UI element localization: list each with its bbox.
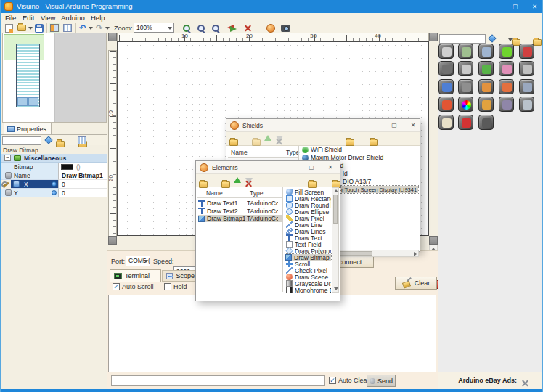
delete-button[interactable]: [242, 23, 253, 33]
element-tree-item[interactable]: Monohrome Draw: [286, 287, 331, 293]
menu-file[interactable]: File: [5, 14, 16, 22]
toolbox-category-memory-icon[interactable]: [499, 97, 514, 112]
shields-column-name[interactable]: Name: [231, 149, 248, 156]
shields-tree-item[interactable]: WiFi Shield: [302, 146, 418, 153]
name-property-value[interactable]: Draw Bitmap1: [58, 171, 107, 180]
collapse-categories-icon[interactable]: [370, 139, 378, 146]
x-property-value[interactable]: 0: [58, 180, 107, 189]
title-bar[interactable]: Visuino - Visual Arduino Programming — ▢…: [1, 0, 543, 13]
overview-document[interactable]: [3, 33, 55, 122]
shields-title-bar[interactable]: Shields — ▢ ✕: [226, 119, 420, 132]
toolbox-category-text-icon[interactable]: [458, 61, 473, 76]
web-help-button[interactable]: [265, 23, 277, 33]
toolbox-category-lcd-icon[interactable]: [478, 115, 494, 130]
toolbox-category-curves-icon[interactable]: [438, 79, 454, 94]
move-down-icon[interactable]: [245, 178, 253, 184]
open-dropdown[interactable]: [27, 23, 33, 33]
zoom-reset-button[interactable]: [210, 23, 221, 33]
toolbox-category-math-icon[interactable]: [478, 61, 494, 76]
property-row-y[interactable]: Y 0: [1, 189, 107, 197]
move-up-icon[interactable]: [264, 135, 272, 141]
toolbox-category-power-icon[interactable]: [458, 115, 473, 130]
toolbox-category-displays-icon[interactable]: [519, 79, 534, 94]
toolbox-category-streams-icon[interactable]: [519, 97, 534, 112]
add-shield-icon[interactable]: [229, 139, 238, 146]
undo-button[interactable]: ↶: [78, 23, 87, 33]
toolbox-category-integer-icon[interactable]: [519, 44, 534, 59]
send-button[interactable]: Send: [367, 375, 396, 387]
property-row-bitmap[interactable]: Bitmap (): [1, 163, 107, 171]
ads-tools-icon[interactable]: [521, 379, 529, 387]
shields-minimize-button[interactable]: —: [369, 120, 382, 131]
menu-view[interactable]: View: [41, 14, 55, 22]
toggle-grid-button[interactable]: [62, 23, 73, 33]
elements-maximize-button[interactable]: ▢: [305, 162, 318, 173]
terminal-input[interactable]: [111, 375, 325, 386]
shields-tree-item-selected[interactable]: r Touch Screen Display ILI9341 Shield: [341, 186, 418, 193]
x-pin-icon[interactable]: [52, 181, 57, 187]
toolbox-category-motors-icon[interactable]: [438, 61, 454, 76]
elements-tree-vscrollbar[interactable]: [332, 187, 339, 293]
expand-categories-icon[interactable]: [308, 181, 317, 188]
property-row-x[interactable]: X 0: [1, 180, 107, 189]
insert-element-icon[interactable]: [221, 181, 230, 188]
clear-button[interactable]: Clear: [395, 277, 437, 290]
toolbox-category-datetime-icon[interactable]: [478, 97, 494, 112]
collapse-group-icon[interactable]: −: [4, 155, 11, 161]
tab-terminal[interactable]: Terminal: [110, 269, 161, 282]
port-combobox[interactable]: COM5 (L: [126, 256, 150, 266]
expand-folders-icon[interactable]: [533, 39, 542, 46]
toolbox-category-wiring-icon[interactable]: [499, 44, 514, 59]
y-property-value[interactable]: 0: [58, 189, 107, 197]
toolbox-category-boards-icon[interactable]: [458, 44, 473, 59]
properties-search-input[interactable]: [2, 136, 41, 145]
shields-tree-item[interactable]: ld: [343, 170, 418, 177]
filter-icon[interactable]: [44, 136, 52, 144]
move-up-icon[interactable]: [234, 177, 241, 183]
expand-all-icon[interactable]: [56, 141, 65, 147]
arrange-panes-icon[interactable]: [78, 136, 86, 144]
undo-dropdown[interactable]: [87, 23, 93, 33]
y-pin-icon[interactable]: [52, 190, 57, 195]
snapshot-button[interactable]: [279, 23, 292, 33]
toolbox-category-heat-icon[interactable]: [438, 97, 454, 112]
elements-column-type[interactable]: Type: [250, 189, 263, 197]
bitmap-property-value[interactable]: (): [58, 163, 107, 171]
elements-title-bar[interactable]: Elements — ▢ ✕: [196, 161, 340, 174]
expand-categories-icon[interactable]: [346, 139, 354, 146]
hold-checkbox[interactable]: [164, 283, 171, 290]
auto-clear-checkbox[interactable]: ✓: [329, 377, 336, 384]
tab-properties[interactable]: Properties: [4, 123, 52, 134]
zoom-combobox[interactable]: 100%: [134, 23, 174, 33]
toolbox-category-digital-icon[interactable]: [478, 44, 494, 59]
elements-column-name[interactable]: Name: [206, 189, 223, 197]
zoom-out-button[interactable]: [195, 23, 207, 33]
save-button[interactable]: [33, 23, 44, 33]
open-project-button[interactable]: [16, 23, 27, 33]
redo-dropdown[interactable]: [104, 23, 110, 33]
elements-close-button[interactable]: ✕: [324, 162, 337, 173]
overview-panel[interactable]: [2, 33, 107, 123]
minimize-button[interactable]: —: [486, 0, 504, 13]
zoom-in-button[interactable]: [181, 23, 192, 33]
toolbox-category-converters-icon[interactable]: [478, 79, 494, 94]
property-row-name[interactable]: Name Draw Bitmap1: [1, 171, 107, 180]
toolbox-category-tools-icon[interactable]: [438, 44, 454, 59]
toolbox-category-logic-icon[interactable]: [499, 79, 514, 94]
tab-scope[interactable]: Scope: [162, 270, 195, 282]
toolbox-category-files-icon[interactable]: [438, 115, 454, 130]
add-element-icon[interactable]: [199, 181, 208, 188]
new-project-button[interactable]: [4, 23, 15, 33]
insert-shield-icon[interactable]: [252, 139, 261, 146]
elements-list-row-selected[interactable]: Draw Bitmap1 TArduinoColo: [198, 215, 282, 222]
shields-maximize-button[interactable]: ▢: [388, 120, 401, 131]
elements-list-row[interactable]: Draw Text2 TArduinoColo: [198, 208, 282, 215]
terminal-output[interactable]: [108, 295, 436, 372]
shields-tree-item[interactable]: DIO A13/7: [343, 178, 418, 185]
toolbox-category-structures-icon[interactable]: [458, 79, 473, 94]
auto-scroll-checkbox[interactable]: ✓: [113, 283, 120, 290]
elements-minimize-button[interactable]: —: [286, 162, 299, 173]
maximize-button[interactable]: ▢: [506, 0, 524, 13]
elements-list-row[interactable]: Draw Text1 TArduinoColo: [198, 200, 282, 207]
arrange-button[interactable]: [226, 23, 237, 33]
